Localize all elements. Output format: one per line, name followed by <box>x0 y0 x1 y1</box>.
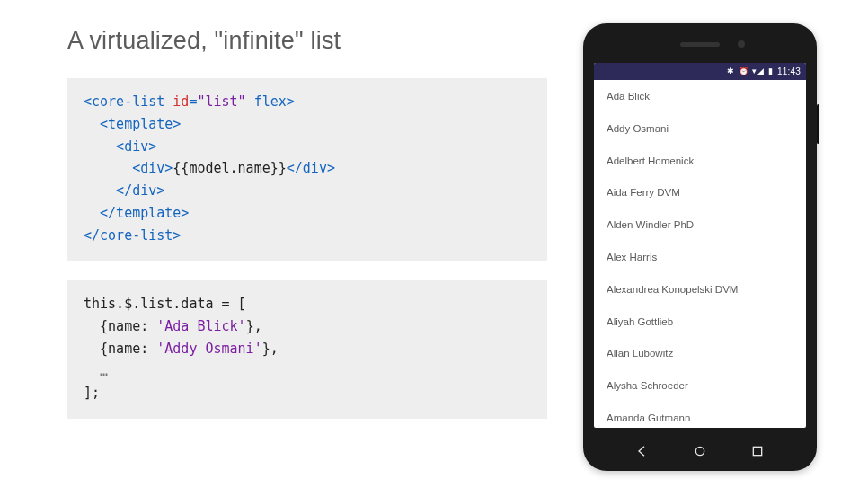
code-text: <core-list <box>84 93 173 110</box>
list-item[interactable]: Alexandrea Konopelski DVM <box>594 273 806 306</box>
code-text: {name: <box>84 341 156 357</box>
code-text: this.$.list.data = [ <box>84 296 246 312</box>
code-text: … <box>84 363 108 379</box>
phone-camera <box>738 40 745 48</box>
list-item[interactable]: Addy Osmani <box>594 112 806 145</box>
code-text: ]; <box>84 385 100 401</box>
code-text: "list" <box>197 93 245 110</box>
code-block-js: this.$.list.data = [ {name: 'Ada Blick'}… <box>67 280 547 419</box>
code-text: 'Ada Blick' <box>156 318 245 334</box>
code-text: </template> <box>84 205 189 221</box>
code-text: </div> <box>287 160 335 176</box>
list-item[interactable]: Amanda Gutmann <box>594 402 806 427</box>
code-block-markup: <core-list id="list" flex> <template> <d… <box>67 78 547 261</box>
code-text: <div> <box>84 160 173 176</box>
list-item[interactable]: Alex Harris <box>594 241 806 273</box>
back-icon[interactable] <box>635 444 650 458</box>
contact-list[interactable]: Ada Blick Addy Osmani Adelbert Homenick … <box>594 80 806 427</box>
list-item[interactable]: Allan Lubowitz <box>594 338 806 370</box>
code-text: </div> <box>84 182 164 199</box>
code-text: 'Addy Osmani' <box>156 341 261 357</box>
list-item[interactable]: Alysha Schroeder <box>594 369 806 402</box>
list-item[interactable]: Ada Blick <box>594 80 806 112</box>
status-time: 11:43 <box>777 67 801 76</box>
status-bar: ✱ ⏰ ▾◢ ▮ 11:43 <box>594 63 806 81</box>
slide-title: A virtualized, "infinite" list <box>67 27 547 55</box>
list-item[interactable]: Alden Windler PhD <box>594 209 806 241</box>
code-text: <template> <box>84 116 181 132</box>
code-text: </core-list> <box>84 227 181 244</box>
code-text: flex> <box>246 93 295 110</box>
code-text: {{model.name}} <box>173 160 286 176</box>
android-navbar <box>583 444 817 458</box>
svg-rect-1 <box>753 447 761 455</box>
recent-icon[interactable] <box>750 444 765 458</box>
code-text: }, <box>262 341 279 357</box>
code-text: id <box>173 93 189 110</box>
home-icon[interactable] <box>693 444 707 458</box>
status-icons: ✱ ⏰ ▾◢ ▮ <box>727 67 774 75</box>
code-text: <div> <box>84 138 156 155</box>
list-item[interactable]: Aliyah Gottlieb <box>594 306 806 338</box>
phone-mock: ✱ ⏰ ▾◢ ▮ 11:43 Ada Blick Addy Osmani Ade… <box>583 23 817 471</box>
phone-screen: ✱ ⏰ ▾◢ ▮ 11:43 Ada Blick Addy Osmani Ade… <box>594 63 806 428</box>
list-item[interactable]: Aida Ferry DVM <box>594 177 806 209</box>
code-text: {name: <box>84 318 156 334</box>
list-item[interactable]: Adelbert Homenick <box>594 145 806 177</box>
code-text: }, <box>246 318 262 334</box>
svg-point-0 <box>695 447 704 455</box>
phone-earpiece <box>680 42 720 47</box>
